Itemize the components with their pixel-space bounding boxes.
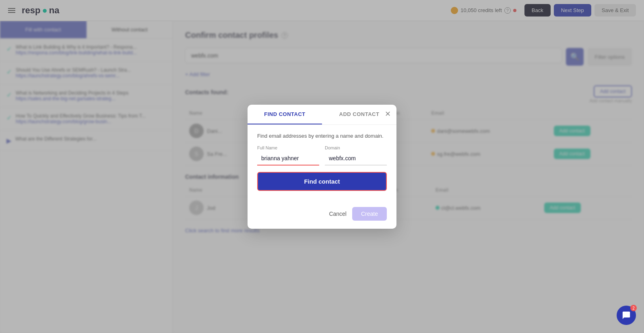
domain-label: Domain (325, 145, 387, 150)
modal-description: Find email addresses by entering a name … (257, 133, 387, 139)
chat-icon (622, 311, 631, 320)
close-icon[interactable]: ✕ (385, 110, 391, 118)
find-contact-modal: FIND CONTACT ADD CONTACT ✕ Find email ad… (248, 105, 396, 229)
cancel-button[interactable]: Cancel (329, 211, 347, 217)
chat-bubble[interactable]: 2 (617, 306, 636, 325)
full-name-input[interactable] (257, 152, 319, 165)
form-row: Full Name Domain (257, 145, 387, 165)
domain-input[interactable] (325, 152, 387, 165)
modal-footer: Cancel Create (248, 207, 396, 229)
create-button[interactable]: Create (352, 207, 387, 221)
modal-header: FIND CONTACT ADD CONTACT ✕ (248, 105, 396, 125)
find-contact-button[interactable]: Find contact (257, 172, 387, 191)
full-name-label: Full Name (257, 145, 319, 150)
modal-body: Find email addresses by entering a name … (248, 125, 396, 207)
full-name-group: Full Name (257, 145, 319, 165)
tab-find-contact[interactable]: FIND CONTACT (248, 105, 322, 124)
modal-overlay: FIND CONTACT ADD CONTACT ✕ Find email ad… (0, 0, 644, 333)
chat-badge: 2 (630, 305, 637, 311)
domain-group: Domain (325, 145, 387, 165)
